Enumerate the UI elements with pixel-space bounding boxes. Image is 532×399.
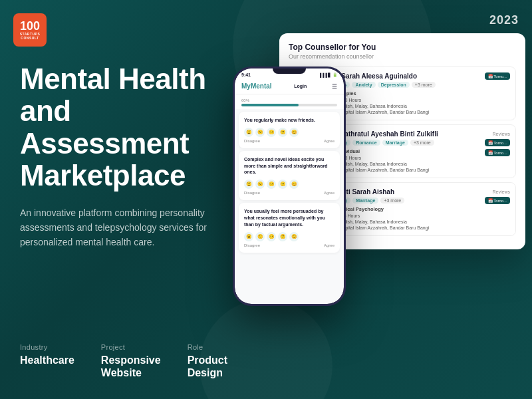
counsellor-meta-2: ⏱ 5,596 Hours 🌐 English, Malay, Bahasa I… — [329, 156, 479, 172]
scale-dot-4[interactable]: 🙂 — [278, 128, 287, 137]
hours-row-3: ⏱ 1005 Hours — [329, 213, 479, 218]
scale-labels-1: Disagree Agree — [244, 139, 334, 143]
scale-dot-1[interactable]: 😟 — [244, 128, 253, 137]
counsellor-info-2: Dr. Nathratul Ayeshah Binti Zulkifli Fam… — [329, 130, 479, 172]
counsellor-info-1: Pn. Sarah Aleesa Aguinaldo Stress Anxiet… — [329, 72, 479, 114]
loc-row-2: 📍 Hospital Islam Azzahrah, Bandar Baru B… — [329, 167, 479, 172]
agree-label-3: Agree — [324, 243, 334, 247]
schedule-btn-1[interactable]: 📅 Tomo... — [485, 72, 510, 80]
reviews-label-2: Reviews — [493, 132, 510, 136]
meta-info: Industry Healthcare Project ResponsiveWe… — [20, 343, 227, 379]
mobile-mockup: 9:41 ▐▐▐ ▊ 🔋 MyMental Login ☰ 60% You re… — [233, 66, 346, 306]
scale-dot-12[interactable]: 😕 — [255, 232, 265, 241]
left-content: Mental Health and Assessment Marketplace… — [20, 63, 239, 277]
schedule-btn-2[interactable]: 📅 Tomo... — [485, 139, 510, 146]
status-time: 9:41 — [241, 72, 251, 77]
scale-dot-3[interactable]: 😐 — [267, 128, 276, 137]
disagree-label-2: Disagree — [244, 191, 260, 195]
scale-dot-9[interactable]: 🙂 — [278, 180, 287, 189]
web-mockup-title: Top Counsellor for You — [289, 43, 516, 52]
progress-label: 60% — [241, 98, 337, 102]
scale-dot-11[interactable]: 😟 — [244, 232, 253, 241]
counsellor-info-3: Dr. Siti Sarah Aishah Family Marriage +3… — [329, 188, 479, 230]
lang-row-1: 🌐 English, Malay, Bahasa Indonesia — [329, 103, 479, 108]
tags-3: Family Marriage +3 more — [329, 198, 479, 203]
scale-dot-6[interactable]: 😟 — [244, 180, 253, 189]
question-card-1: You regularly make new friends. 😟 😕 😐 🙂 … — [239, 112, 340, 148]
login-button[interactable]: Login — [294, 84, 307, 88]
loc-text-1: Hospital Islam Azzahrah, Bandar Baru Ban… — [337, 110, 429, 114]
tag-marriage: Marriage — [382, 140, 408, 146]
scale-dot-10[interactable]: 😊 — [289, 180, 299, 189]
counsellor-name-1: Pn. Sarah Aleesa Aguinaldo — [329, 72, 479, 80]
industry-label: Industry — [20, 343, 74, 351]
mobile-screen: 9:41 ▐▐▐ ▊ 🔋 MyMental Login ☰ 60% You re… — [235, 68, 344, 304]
question-text-3: You usually feel more persuaded by what … — [244, 208, 334, 227]
lang-row-3: 🌐 English, Malay, Bahasa Indonesia — [329, 219, 479, 224]
disagree-label-3: Disagree — [244, 243, 260, 247]
loc-row-3: 📍 Hospital Islam Azzahrah, Bandar Baru B… — [329, 225, 479, 230]
logo-text: STARTUPSCONSULT — [20, 32, 41, 40]
mobile-header: MyMental Login ☰ — [235, 80, 344, 94]
counsellor-meta-1: ⏱ 3,220 Hours 🌐 English, Malay, Bahasa I… — [329, 98, 479, 114]
tag-more-2: +3 more — [410, 140, 434, 146]
logo: 100 STARTUPSCONSULT — [13, 13, 47, 47]
disagree-label: Disagree — [244, 139, 260, 143]
question-card-2: Complex and novel ideas excite you more … — [239, 151, 340, 200]
tag-marriage-3: Marriage — [352, 198, 378, 203]
scale-row-3: 😟 😕 😐 🙂 😊 — [244, 232, 334, 241]
menu-icon[interactable]: ☰ — [332, 83, 337, 90]
meta-project: Project ResponsiveWebsite — [101, 343, 161, 379]
app-name: MyMental — [241, 82, 272, 90]
tag-anxiety: Anxiety — [352, 82, 375, 88]
progress-section: 60% — [235, 94, 344, 109]
counsellor-name-3: Dr. Siti Sarah Aishah — [329, 188, 479, 196]
progress-bar-fill — [241, 104, 299, 106]
logo-number: 100 — [20, 20, 40, 32]
scale-icons-3: 😟 😕 😐 🙂 😊 — [244, 232, 299, 241]
question-text-2: Complex and novel ideas excite you more … — [244, 156, 334, 176]
reviews-label-3: Reviews — [493, 190, 510, 194]
scale-row-2: 😟 😕 😐 🙂 😊 — [244, 180, 334, 189]
meta-industry: Industry Healthcare — [20, 343, 74, 379]
counsellor-meta-3: ⏱ 1005 Hours 🌐 English, Malay, Bahasa In… — [329, 213, 479, 230]
agree-label-2: Agree — [324, 191, 334, 195]
counsellor-type-1: 🏠 Couples — [329, 90, 479, 96]
page-container: 100 STARTUPSCONSULT 2023 Mental Health a… — [0, 0, 532, 399]
hours-row-2: ⏱ 5,596 Hours — [329, 156, 479, 160]
scale-dot-2[interactable]: 😕 — [255, 128, 265, 137]
progress-bar-bg — [241, 104, 337, 106]
web-mockup-subtitle: Our recommendation counsellor — [289, 53, 516, 60]
schedule-btn-3[interactable]: 📅 Tomo... — [485, 197, 510, 204]
right-section: Top Counsellor for You Our recommendatio… — [213, 0, 532, 399]
scale-labels-3: Disagree Agree — [244, 243, 334, 247]
scale-dot-7[interactable]: 😕 — [255, 180, 265, 189]
card-right-3: Reviews 📅 Tomo... — [485, 188, 510, 204]
card-right-1: 📅 Tomo... — [485, 72, 510, 80]
scale-dot-5[interactable]: 😊 — [289, 128, 299, 137]
schedule-btn-2b[interactable]: 📅 Tomo... — [485, 149, 510, 156]
scale-dot-14[interactable]: 🙂 — [278, 232, 287, 241]
scale-dot-15[interactable]: 😊 — [289, 232, 299, 241]
status-icons: ▐▐▐ ▊ 🔋 — [319, 72, 337, 77]
counsellor-type-3: 🧠 Clinical Psychology — [329, 206, 479, 212]
loc-row-1: 📍 Hospital Islam Azzahrah, Bandar Baru B… — [329, 109, 479, 114]
tag-more-3: +3 more — [380, 198, 404, 203]
lang-text-2: English, Malay, Bahasa Indonesia — [337, 162, 407, 166]
tag-more-1: +3 more — [412, 82, 436, 88]
scale-dot-13[interactable]: 😐 — [267, 232, 276, 241]
loc-text-2: Hospital Islam Azzahrah, Bandar Baru Ban… — [337, 168, 429, 172]
tags-2: Family Romance Marriage +3 more — [329, 140, 479, 146]
scale-dot-8[interactable]: 😐 — [267, 180, 276, 189]
question-card-3: You usually feel more persuaded by what … — [239, 203, 340, 252]
lang-text-3: English, Malay, Bahasa Indonesia — [337, 219, 407, 224]
counsellor-type-2: 👤 Individual — [329, 148, 479, 154]
card-right-2: Reviews 📅 Tomo... 📅 Tomo... — [485, 130, 510, 156]
scale-row-1: 😟 😕 😐 🙂 😊 — [244, 128, 334, 137]
agree-label: Agree — [324, 139, 334, 143]
project-value: ResponsiveWebsite — [101, 354, 161, 379]
main-title: Mental Health and Assessment Marketplace — [20, 63, 239, 192]
project-label: Project — [101, 343, 161, 351]
scale-icons-1: 😟 😕 😐 🙂 😊 — [244, 128, 299, 137]
tags-1: Stress Anxiety Depression +3 more — [329, 82, 479, 88]
